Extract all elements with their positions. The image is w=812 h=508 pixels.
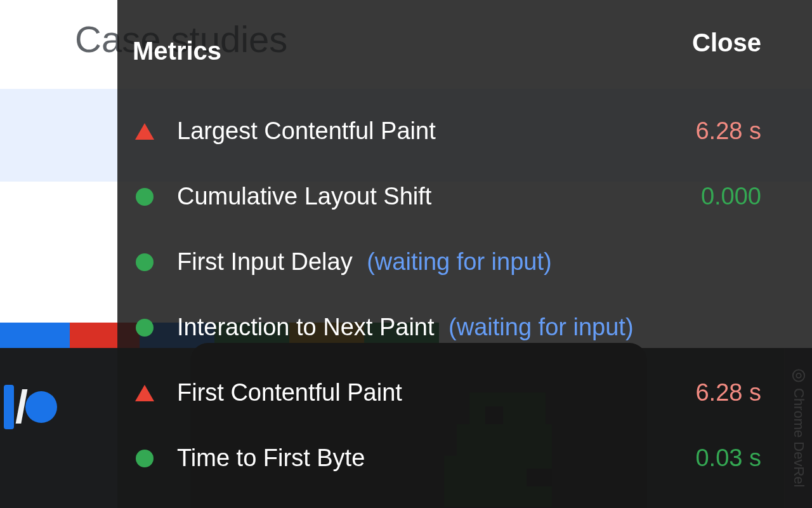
metric-label: Cumulative Layout Shift xyxy=(177,183,701,210)
metric-row[interactable]: Interaction to Next Paint (waiting for i… xyxy=(133,295,761,360)
metrics-overlay: Metrics Close Largest Contentful Paint6.… xyxy=(117,0,812,508)
metric-row[interactable]: First Contentful Paint6.28 s xyxy=(133,360,761,425)
metric-label: Largest Contentful Paint xyxy=(177,117,695,145)
io-logo: / xyxy=(4,381,57,433)
metric-label: Interaction to Next Paint (waiting for i… xyxy=(177,314,761,341)
circle-good-icon xyxy=(135,187,154,206)
circle-good-icon xyxy=(135,449,154,468)
metric-value: 6.28 s xyxy=(695,379,761,406)
metric-label: Time to First Byte xyxy=(177,444,695,472)
metric-value: 6.28 s xyxy=(695,117,761,145)
metric-value: 0.03 s xyxy=(695,444,761,472)
close-button[interactable]: Close xyxy=(692,29,761,57)
metric-note: (waiting for input) xyxy=(360,248,552,275)
overlay-header: Metrics Close xyxy=(133,37,761,65)
metric-note: (waiting for input) xyxy=(442,314,634,340)
metric-row[interactable]: Time to First Byte0.03 s xyxy=(133,425,761,491)
metric-row[interactable]: First Input Delay (waiting for input) xyxy=(133,229,761,295)
overlay-title: Metrics xyxy=(133,37,221,65)
circle-good-icon xyxy=(135,318,154,337)
metric-value: 0.000 xyxy=(701,183,761,210)
triangle-bad-icon xyxy=(135,384,154,403)
metrics-list: Largest Contentful Paint6.28 sCumulative… xyxy=(133,98,761,491)
metric-label: First Contentful Paint xyxy=(177,379,695,406)
triangle-bad-icon xyxy=(135,122,154,141)
circle-good-icon xyxy=(135,253,154,272)
metric-label: First Input Delay (waiting for input) xyxy=(177,248,761,276)
metric-row[interactable]: Largest Contentful Paint6.28 s xyxy=(133,98,761,164)
metric-row[interactable]: Cumulative Layout Shift0.000 xyxy=(133,164,761,229)
